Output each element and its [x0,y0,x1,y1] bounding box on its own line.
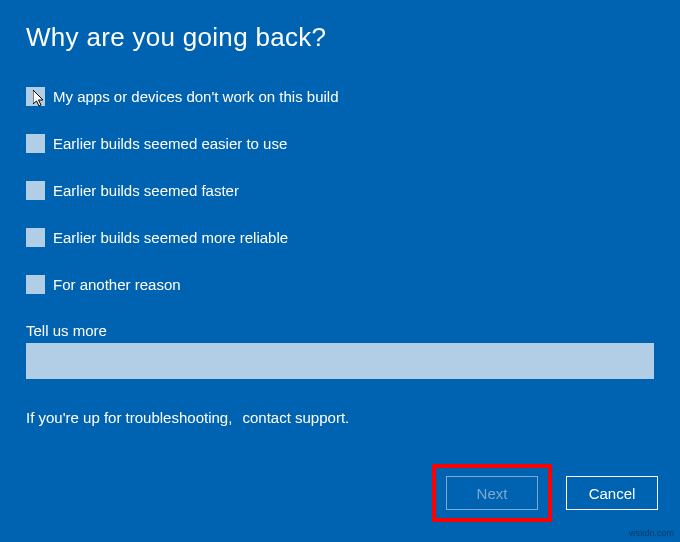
option-label: Earlier builds seemed more reliable [53,229,288,246]
option-row-another[interactable]: For another reason [26,275,654,294]
option-row-faster[interactable]: Earlier builds seemed faster [26,181,654,200]
button-row: Next Cancel [432,464,658,522]
next-button[interactable]: Next [446,476,538,510]
support-prefix: If you're up for troubleshooting, [26,409,232,426]
support-row: If you're up for troubleshooting, contac… [26,409,654,426]
option-label: My apps or devices don't work on this bu… [53,88,339,105]
dialog-container: Why are you going back? My apps or devic… [0,0,680,426]
option-label: For another reason [53,276,181,293]
watermark: wsxdn.com [629,528,674,538]
option-row-apps-devices[interactable]: My apps or devices don't work on this bu… [26,87,654,106]
next-highlight-box: Next [432,464,552,522]
tell-us-more-input[interactable] [26,343,654,379]
tell-us-more-label: Tell us more [26,322,654,339]
option-row-easier[interactable]: Earlier builds seemed easier to use [26,134,654,153]
contact-support-link[interactable]: contact support. [243,409,350,426]
checkbox-faster[interactable] [26,181,45,200]
option-label: Earlier builds seemed faster [53,182,239,199]
checkbox-apps-devices[interactable] [26,87,45,106]
checkbox-easier[interactable] [26,134,45,153]
option-row-reliable[interactable]: Earlier builds seemed more reliable [26,228,654,247]
option-label: Earlier builds seemed easier to use [53,135,287,152]
checkbox-reliable[interactable] [26,228,45,247]
checkbox-another[interactable] [26,275,45,294]
page-title: Why are you going back? [26,22,654,53]
cancel-button[interactable]: Cancel [566,476,658,510]
